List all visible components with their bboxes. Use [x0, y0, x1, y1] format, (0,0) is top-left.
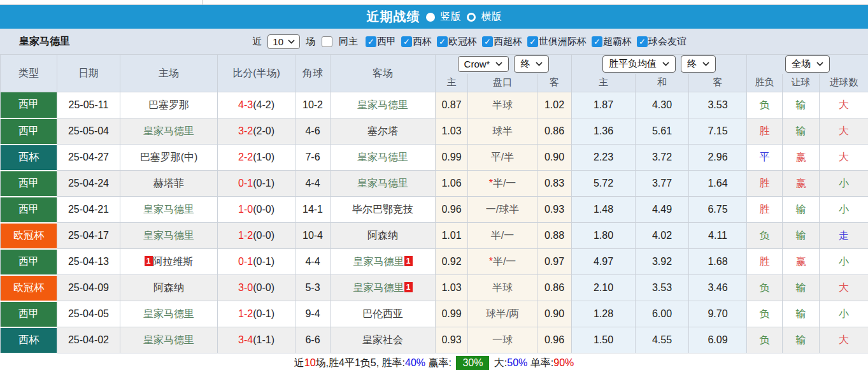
sub-col-header: 客	[537, 74, 572, 92]
result-win-draw-lose: 负	[747, 223, 783, 249]
match-row: 西甲 25-04-21 1皇家马德里 1-0(0-0) 14-1 毕尔巴鄂竞技1…	[1, 197, 868, 223]
handicap: *半/一	[468, 223, 537, 249]
home-odds: 0.96	[436, 197, 468, 223]
match-row: 西甲 25-04-24 1赫塔菲 0-1(0-1) 4-4 皇家马德里1 1.0…	[1, 171, 868, 197]
corner-score: 5-3	[295, 275, 331, 301]
odds-dropdown-group: Crow* 终	[436, 55, 572, 74]
home-odds: 1.03	[436, 275, 468, 301]
league-checkbox-超霸杯[interactable]: ✓	[592, 36, 602, 47]
avg-draw-odds: 4.49	[636, 197, 689, 223]
scope-select[interactable]: 全场	[785, 55, 830, 73]
away-team-cell: 塞尔塔1	[331, 118, 436, 145]
league-label: 西甲	[377, 36, 396, 46]
corner-score: 6-6	[295, 327, 331, 353]
avg-home-odds: 1.50	[572, 327, 636, 353]
col-header-type: 类型	[1, 55, 57, 92]
vertical-layout-radio[interactable]	[426, 13, 435, 22]
handicap: *一球	[468, 327, 537, 353]
result-win-draw-lose: 负	[747, 301, 783, 327]
matches-label: 场	[306, 36, 315, 48]
league-checkbox-西超杯[interactable]: ✓	[482, 36, 493, 47]
avg-draw-odds: 3.77	[636, 171, 689, 197]
summary-segment: 40%	[405, 357, 425, 369]
avg-away-odds: 6.09	[689, 327, 747, 353]
chevron-down-icon	[662, 62, 669, 66]
avg-draw-odds: 4.02	[636, 223, 689, 249]
home-team-cell: 1皇家马德里	[120, 118, 218, 145]
away-odds: 0.86	[537, 275, 572, 301]
avg-time-select[interactable]: 终	[681, 55, 716, 73]
league-label: 西超杯	[494, 36, 522, 46]
result-handicap: 赢	[783, 171, 820, 197]
league-type-badge: 欧冠杯	[1, 275, 57, 301]
score-cell: 0-1(0-1)	[218, 249, 295, 275]
league-checkbox-西甲[interactable]: ✓	[366, 36, 376, 47]
red-card-badge: 1	[404, 282, 413, 292]
avg-away-odds: 1.64	[689, 171, 747, 197]
result-goals: 大	[820, 118, 868, 145]
chevron-down-icon	[288, 39, 295, 44]
home-team-cell: 1皇家马德里	[120, 301, 218, 327]
chevron-down-icon	[495, 62, 502, 66]
avg-draw-odds: 3.53	[636, 275, 689, 301]
summary-segment: 场,胜4平1负5, 胜率:	[316, 357, 405, 370]
score-cell: 3-4(1-1)	[218, 327, 295, 353]
score-cell: 2-2(1-0)	[218, 145, 295, 171]
away-team-cell: 皇家马德里1	[331, 249, 436, 275]
same-home-checkbox[interactable]	[322, 36, 332, 47]
home-odds: 1.01	[436, 223, 468, 249]
avg-away-odds: 7.15	[689, 118, 747, 145]
league-label: 超霸杯	[603, 36, 632, 46]
odds-company-select[interactable]: Crow*	[458, 56, 509, 72]
home-odds: 0.99	[436, 145, 468, 171]
avg-home-odds: 1.36	[572, 118, 636, 145]
summary-segment: 单率:	[527, 357, 553, 370]
col-header-date: 日期	[57, 55, 120, 92]
away-odds: 0.97	[537, 249, 572, 275]
league-type-badge: 西甲	[1, 92, 57, 118]
league-label: 西杯	[413, 36, 432, 46]
result-win-draw-lose: 平	[747, 145, 783, 171]
league-checkbox-世俱洲际杯[interactable]: ✓	[527, 36, 538, 47]
col-header-corner: 角球	[295, 55, 331, 92]
avg-home-odds: 5.72	[572, 171, 636, 197]
league-checkbox-西杯[interactable]: ✓	[401, 36, 412, 47]
avg-dropdown-group: 胜平负均值 终	[572, 55, 747, 74]
result-goals: 大	[820, 92, 868, 118]
summary-line: 近10场,胜4平1负5, 胜率:40% 赢率: 30% 大:50% 单率:90%	[0, 354, 868, 370]
league-label: 球会友谊	[648, 36, 687, 46]
result-win-draw-lose: 胜	[747, 118, 783, 145]
home-team-cell: 1巴塞罗那	[120, 92, 218, 118]
team-name: 皇家马德里	[19, 35, 70, 48]
home-team-cell: 1皇家马德里	[120, 223, 218, 249]
match-row: 欧冠杯 25-04-17 1皇家马德里 1-2(0-0) 10-4 阿森纳1 1…	[1, 223, 868, 249]
league-checkbox-球会友谊[interactable]: ✓	[637, 36, 648, 47]
league-checkbox-欧冠杯[interactable]: ✓	[437, 36, 448, 47]
title-bar: 近期战绩 竖版 横版	[0, 5, 868, 29]
avg-away-odds: 4.11	[689, 223, 747, 249]
result-win-draw-lose: 负	[747, 275, 783, 301]
avg-home-odds: 2.10	[572, 275, 636, 301]
summary-segment: 30%	[456, 356, 489, 370]
match-date: 25-04-24	[57, 171, 120, 197]
league-type-badge: 西甲	[1, 301, 57, 327]
match-count-select[interactable]: 10	[267, 34, 300, 49]
col-header-home: 主场	[120, 55, 218, 92]
avg-draw-odds: 5.61	[636, 118, 689, 145]
corner-score: 10-4	[295, 223, 331, 249]
horizontal-layout-label[interactable]: 横版	[481, 10, 502, 24]
score-cell: 1-2(0-0)	[218, 223, 295, 249]
avg-odds-select[interactable]: 胜平负均值	[602, 55, 676, 73]
match-row: 西甲 25-04-05 1皇家马德里 1-2(0-1) 9-4 巴伦西亚1 0.…	[1, 301, 868, 327]
score-cell: 3-0(0-0)	[218, 275, 295, 301]
match-row: 西甲 25-05-11 1巴塞罗那 4-3(4-2) 10-2 皇家马德里1 0…	[1, 92, 868, 118]
odds-time-select[interactable]: 终	[514, 55, 549, 73]
horizontal-layout-radio[interactable]	[467, 13, 476, 22]
league-label: 世俱洲际杯	[539, 36, 587, 46]
away-team-cell: 皇家马德里1	[331, 92, 436, 118]
score-cell: 0-1(0-1)	[218, 171, 295, 197]
result-handicap: 输	[783, 118, 820, 145]
vertical-layout-label[interactable]: 竖版	[441, 10, 461, 24]
league-type-badge: 西甲	[1, 171, 57, 197]
score-cell: 1-2(0-1)	[218, 301, 295, 327]
